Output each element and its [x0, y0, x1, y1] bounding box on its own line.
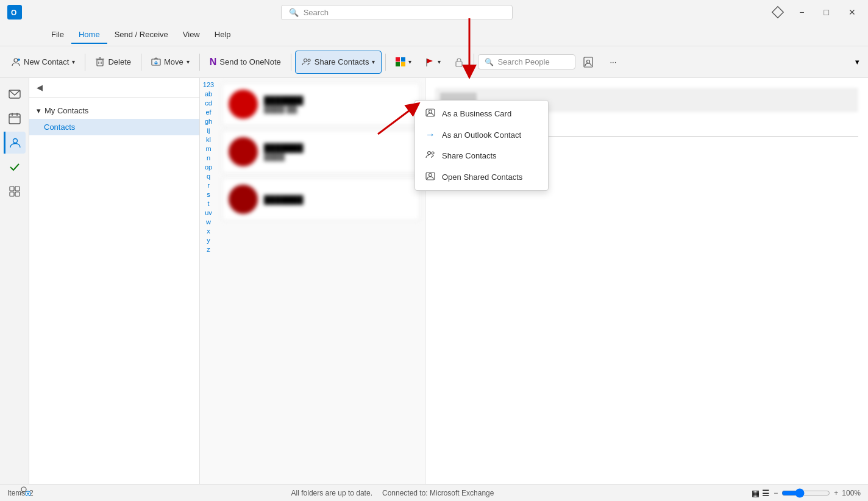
avatar-3: [229, 185, 258, 214]
business-card-label: As a Business Card: [442, 109, 511, 118]
statusbar-center: All folders are up to date. Connected to…: [291, 489, 494, 497]
svg-rect-16: [456, 62, 462, 66]
dropdown-share-contacts[interactable]: Share Contacts: [415, 145, 548, 166]
zoom-level: 100%: [842, 489, 861, 497]
checkmark-icon: [9, 161, 21, 173]
menu-view[interactable]: View: [176, 26, 207, 44]
calendar-icon: [9, 112, 21, 124]
alpha-cd[interactable]: cd: [202, 99, 215, 107]
apps-grid-icon: [9, 185, 21, 197]
send-onenote-button[interactable]: N Send to OneNote: [204, 51, 287, 74]
address-book-button[interactable]: [577, 51, 600, 74]
address-book-icon: [583, 57, 594, 68]
close-button[interactable]: ✕: [844, 5, 861, 20]
share-contacts-menu-label: Share Contacts: [442, 151, 497, 160]
share-contacts-dropdown: As a Business Card → As an Outlook Conta…: [414, 100, 549, 191]
more-options-button[interactable]: ···: [603, 51, 622, 74]
new-contact-icon: [11, 57, 21, 67]
zoom-in-icon[interactable]: +: [833, 488, 839, 499]
alpha-t[interactable]: t: [205, 199, 212, 208]
send-onenote-label: Send to OneNote: [219, 57, 280, 66]
search-bar[interactable]: 🔍 Search: [281, 5, 513, 20]
contact-card-1[interactable]: ███████ ████ ██: [222, 83, 420, 126]
move-label: Move: [164, 57, 183, 66]
dropdown-open-shared[interactable]: Open Shared Contacts: [415, 166, 548, 188]
mail-icon: [9, 88, 21, 100]
avatar-2: [229, 137, 258, 166]
avatar-1: [229, 90, 258, 119]
menu-home[interactable]: Home: [71, 26, 107, 44]
collapse-panel-button[interactable]: ◀: [37, 83, 43, 92]
titlebar: O 🔍 Search − □ ✕: [0, 0, 868, 24]
alpha-m[interactable]: m: [203, 144, 213, 153]
color-categories-button[interactable]: ▾: [390, 51, 418, 74]
contact-info-2: ███████ ████: [264, 143, 413, 161]
separator-6: [474, 54, 474, 71]
dropdown-business-card[interactable]: As a Business Card: [415, 103, 548, 124]
alpha-q[interactable]: q: [204, 172, 213, 180]
contact-detail-2: ████: [264, 152, 413, 161]
sidebar-contacts-button[interactable]: [4, 132, 26, 154]
alpha-x[interactable]: x: [204, 227, 213, 235]
menu-file[interactable]: File: [44, 26, 71, 44]
new-contact-label: New Contact: [24, 57, 69, 66]
private-button[interactable]: [448, 51, 470, 74]
alpha-z[interactable]: z: [204, 245, 213, 254]
svg-point-34: [429, 110, 432, 113]
contact-card-2[interactable]: ███████ ████: [222, 130, 420, 173]
move-icon: [151, 57, 161, 67]
my-contacts-header[interactable]: ▾ My Contacts: [29, 102, 199, 119]
view-toggle-1[interactable]: ▦: [752, 488, 760, 498]
maximize-button[interactable]: □: [819, 5, 834, 20]
alpha-s[interactable]: s: [204, 190, 213, 199]
alpha-ab[interactable]: ab: [202, 90, 215, 98]
open-shared-icon: [425, 171, 436, 183]
search-people-input[interactable]: 🔍 Search People: [478, 54, 575, 69]
alpha-ef[interactable]: ef: [203, 108, 213, 116]
svg-marker-2: [772, 7, 783, 18]
follow-up-button[interactable]: ▾: [419, 51, 447, 74]
sidebar-apps-button[interactable]: [4, 180, 26, 202]
dropdown-outlook-contact[interactable]: → As an Outlook Contact: [415, 124, 548, 145]
svg-point-38: [429, 174, 432, 177]
alpha-ij[interactable]: ij: [205, 126, 213, 135]
sidebar-mail-button[interactable]: [4, 83, 26, 105]
sidebar-icons: [0, 78, 29, 484]
toolbar-expand-button[interactable]: ▾: [852, 54, 863, 70]
alpha-gh[interactable]: gh: [202, 117, 215, 126]
alpha-op[interactable]: op: [202, 163, 215, 171]
delete-button[interactable]: Delete: [89, 51, 137, 74]
contacts-folder-item[interactable]: Contacts: [29, 119, 199, 135]
alpha-w[interactable]: w: [204, 218, 213, 226]
contact-detail-1: ████ ██: [264, 105, 413, 113]
statusbar: Items: 2 All folders are up to date. Con…: [0, 484, 868, 501]
minimize-button[interactable]: −: [794, 5, 809, 20]
alpha-y[interactable]: y: [204, 236, 213, 244]
zoom-slider[interactable]: [781, 488, 830, 498]
alpha-r[interactable]: r: [205, 181, 212, 190]
svg-point-3: [14, 59, 18, 62]
color-grid-icon: [396, 57, 405, 67]
move-button[interactable]: Move ▾: [145, 51, 196, 74]
alpha-kl[interactable]: kl: [204, 135, 213, 144]
sidebar-calendar-button[interactable]: [4, 107, 26, 129]
outlook-contact-label: As an Outlook Contact: [442, 130, 521, 140]
share-contacts-button[interactable]: Share Contacts ▾: [295, 51, 382, 74]
contact-name-1: ███████: [264, 96, 413, 105]
alpha-123[interactable]: 123: [201, 80, 216, 89]
menu-help[interactable]: Help: [207, 26, 238, 44]
new-contact-button[interactable]: New Contact ▾: [5, 51, 81, 74]
sync-status: All folders are up to date.: [291, 489, 372, 497]
sidebar-tasks-button[interactable]: [4, 156, 26, 178]
outlook-logo-icon: O: [7, 5, 22, 20]
separator-5: [385, 54, 386, 71]
svg-rect-27: [10, 192, 14, 196]
zoom-out-icon[interactable]: −: [772, 488, 779, 499]
alpha-n[interactable]: n: [204, 154, 213, 162]
menu-send-receive[interactable]: Send / Receive: [107, 26, 176, 44]
view-toggle-2[interactable]: ☰: [762, 488, 770, 498]
my-contacts-label: My Contacts: [44, 106, 88, 115]
alpha-uv[interactable]: uv: [202, 208, 215, 217]
contact-name-3: ███████: [264, 195, 413, 204]
contact-card-3[interactable]: ███████: [222, 178, 420, 221]
